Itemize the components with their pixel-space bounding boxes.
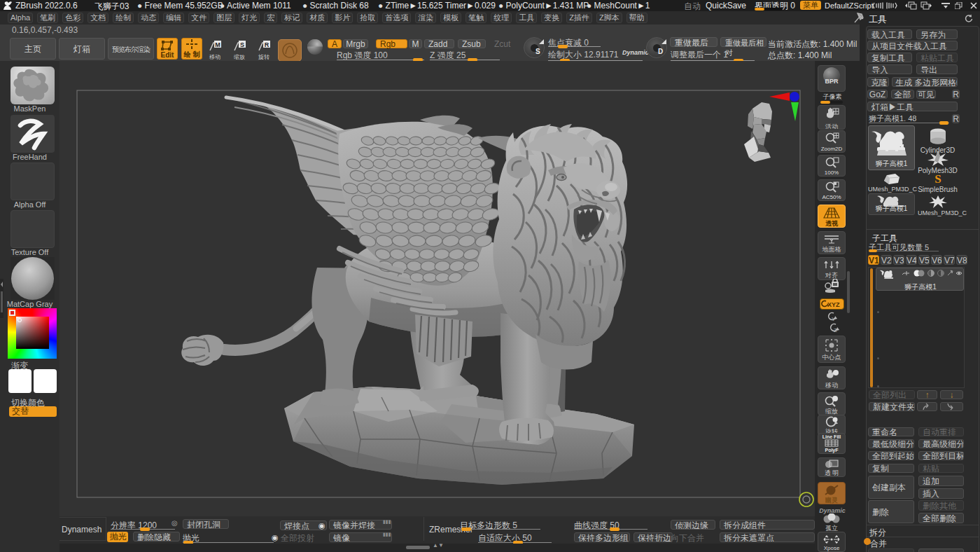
svg-text:S: S: [934, 173, 941, 185]
svg-text:Z: Z: [834, 327, 837, 333]
svg-text:XYZ: XYZ: [827, 301, 840, 308]
svg-text:S: S: [240, 41, 244, 48]
svg-text:R: R: [265, 41, 270, 48]
svg-text:M: M: [215, 41, 220, 48]
svg-text:Y: Y: [832, 316, 836, 322]
